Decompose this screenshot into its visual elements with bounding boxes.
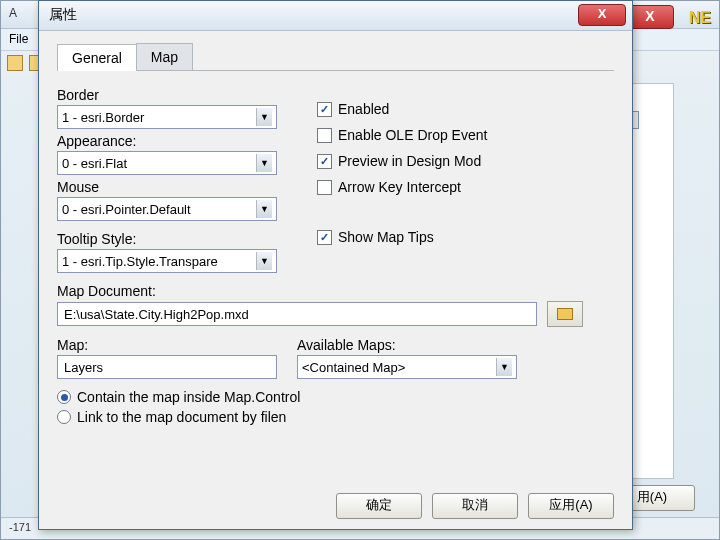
menu-file[interactable]: File [9, 32, 28, 46]
mapdoc-input[interactable] [57, 302, 537, 326]
checkbox-icon: ✓ [317, 102, 332, 117]
open-icon[interactable] [7, 55, 23, 71]
dialog-buttons: 确定 取消 应用(A) [336, 493, 614, 519]
border-label: Border [57, 87, 307, 103]
mouse-value: 0 - esri.Pointer.Default [62, 202, 191, 217]
avail-value: <Contained Map> [302, 360, 405, 375]
maptips-label: Show Map Tips [338, 229, 434, 245]
avail-label: Available Maps: [297, 337, 517, 353]
border-dropdown[interactable]: 1 - esri.Border ▼ [57, 105, 277, 129]
dialog-title: 属性 [49, 6, 77, 22]
enabled-checkbox[interactable]: ✓ Enabled [317, 101, 614, 117]
dialog-titlebar: 属性 X [39, 1, 632, 31]
tab-strip: General Map [57, 43, 614, 71]
chevron-down-icon: ▼ [256, 200, 272, 218]
maptips-checkbox[interactable]: ✓ Show Map Tips [317, 229, 614, 245]
preview-label: Preview in Design Mod [338, 153, 481, 169]
ole-label: Enable OLE Drop Event [338, 127, 487, 143]
tab-general[interactable]: General [57, 44, 137, 71]
properties-dialog: 属性 X General Map Border 1 - esri.Border … [38, 0, 633, 530]
ole-checkbox[interactable]: Enable OLE Drop Event [317, 127, 614, 143]
appearance-dropdown[interactable]: 0 - esri.Flat ▼ [57, 151, 277, 175]
checkbox-icon [317, 128, 332, 143]
ok-button[interactable]: 确定 [336, 493, 422, 519]
radio-contain-label: Contain the map inside Map.Control [77, 389, 300, 405]
checkbox-icon: ✓ [317, 230, 332, 245]
chevron-down-icon: ▼ [256, 154, 272, 172]
enabled-label: Enabled [338, 101, 389, 117]
mouse-label: Mouse [57, 179, 307, 195]
radio-contain[interactable]: Contain the map inside Map.Control [57, 389, 614, 405]
ne-label: NE [689, 9, 711, 27]
map-input[interactable] [57, 355, 277, 379]
status-text: -171 [9, 521, 31, 533]
arrow-checkbox[interactable]: Arrow Key Intercept [317, 179, 614, 195]
tooltip-label: Tooltip Style: [57, 231, 307, 247]
mapdoc-label: Map Document: [57, 283, 614, 299]
bg-close-button[interactable]: X [626, 5, 674, 29]
tab-map[interactable]: Map [136, 43, 193, 70]
appearance-value: 0 - esri.Flat [62, 156, 127, 171]
cancel-button[interactable]: 取消 [432, 493, 518, 519]
chevron-down-icon: ▼ [256, 252, 272, 270]
checkbox-icon [317, 180, 332, 195]
folder-icon [557, 308, 573, 320]
close-button[interactable]: X [578, 4, 626, 26]
arrow-label: Arrow Key Intercept [338, 179, 461, 195]
tooltip-dropdown[interactable]: 1 - esri.Tip.Style.Transpare ▼ [57, 249, 277, 273]
radio-link[interactable]: Link to the map document by filen [57, 409, 614, 425]
browse-button[interactable] [547, 301, 583, 327]
radio-link-label: Link to the map document by filen [77, 409, 286, 425]
appearance-label: Appearance: [57, 133, 307, 149]
bg-title: A [9, 6, 17, 20]
radio-icon [57, 410, 71, 424]
mouse-dropdown[interactable]: 0 - esri.Pointer.Default ▼ [57, 197, 277, 221]
avail-dropdown[interactable]: <Contained Map> ▼ [297, 355, 517, 379]
preview-checkbox[interactable]: ✓ Preview in Design Mod [317, 153, 614, 169]
border-value: 1 - esri.Border [62, 110, 144, 125]
apply-button[interactable]: 应用(A) [528, 493, 614, 519]
radio-icon [57, 390, 71, 404]
checkbox-icon: ✓ [317, 154, 332, 169]
map-label: Map: [57, 337, 277, 353]
tooltip-value: 1 - esri.Tip.Style.Transpare [62, 254, 218, 269]
chevron-down-icon: ▼ [256, 108, 272, 126]
chevron-down-icon: ▼ [496, 358, 512, 376]
